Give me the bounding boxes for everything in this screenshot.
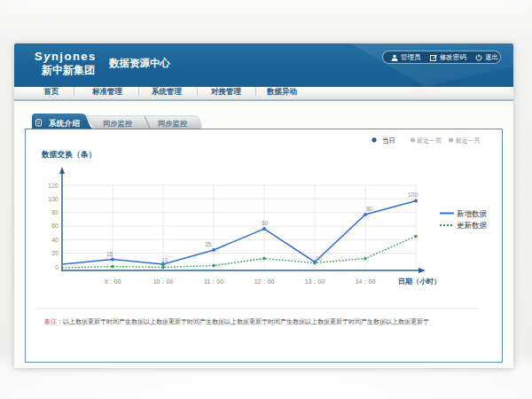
svg-text:10: 10 [316,255,323,262]
svg-text:10：00: 10：00 [153,278,174,285]
svg-text:最近一月: 最近一月 [456,137,481,145]
svg-text:最近一周: 最近一周 [417,137,442,145]
svg-text:10: 10 [161,257,168,263]
svg-text:80: 80 [366,206,373,212]
svg-text:同步监控: 同步监控 [103,120,132,128]
svg-text:13：00: 13：00 [305,278,325,285]
svg-text:更新数据: 更新数据 [457,221,488,230]
svg-text:数据交换（条）: 数据交换（条） [41,150,97,159]
svg-text:系统介绍: 系统介绍 [48,119,80,128]
svg-text:18: 18 [106,251,113,257]
svg-text:40: 40 [51,237,59,243]
svg-text:9：00: 9：00 [105,278,121,285]
svg-text:备注：以上数据更新于时间产生数据以上数据更新于时间产生数据以: 备注：以上数据更新于时间产生数据以上数据更新于时间产生数据以上数据更新于时间产生… [44,317,429,325]
svg-text:80: 80 [51,209,59,215]
svg-text:100: 100 [408,192,418,198]
svg-text:日期（小时）: 日期（小时） [398,278,441,286]
svg-text:同步监控: 同步监控 [158,120,187,128]
svg-text:12：00: 12：00 [254,278,275,285]
svg-text:11：00: 11：00 [204,278,223,285]
svg-text:20: 20 [51,250,59,256]
svg-text:0: 0 [55,264,59,270]
svg-text:当日: 当日 [382,137,395,145]
svg-text:100: 100 [48,196,59,202]
svg-text:60: 60 [262,220,269,226]
svg-text:120: 120 [48,183,59,189]
svg-text:14：00: 14：00 [356,278,376,285]
svg-text:新增数据: 新增数据 [457,209,488,218]
svg-text:60: 60 [51,223,59,229]
svg-text:35: 35 [205,241,212,247]
